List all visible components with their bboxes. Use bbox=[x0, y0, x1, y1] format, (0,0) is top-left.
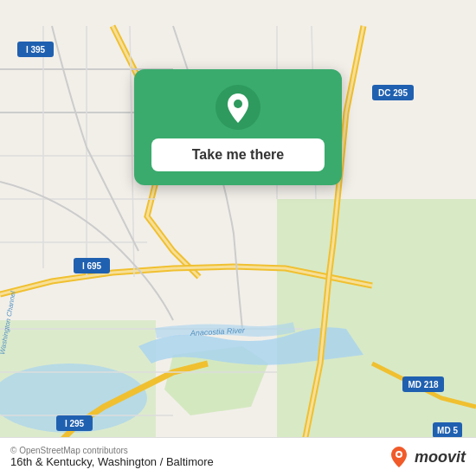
svg-text:MD 5: MD 5 bbox=[437, 426, 458, 435]
moovit-icon bbox=[387, 445, 411, 469]
moovit-brand-text: moovit bbox=[415, 448, 466, 466]
take-me-there-button[interactable]: Take me there bbox=[151, 138, 325, 171]
svg-text:MD 218: MD 218 bbox=[408, 380, 438, 389]
svg-text:I 395: I 395 bbox=[26, 45, 46, 55]
svg-text:I 695: I 695 bbox=[82, 261, 102, 271]
svg-text:I 295: I 295 bbox=[65, 419, 85, 428]
moovit-logo: moovit bbox=[387, 445, 466, 469]
bottom-bar: © OpenStreetMap contributors 16th & Kent… bbox=[0, 437, 476, 476]
location-pin-icon bbox=[215, 85, 261, 130]
svg-text:Anacostia River: Anacostia River bbox=[190, 326, 246, 338]
svg-text:DC 295: DC 295 bbox=[378, 88, 408, 98]
bottom-left-info: © OpenStreetMap contributors 16th & Kent… bbox=[10, 446, 214, 468]
location-label: 16th & Kentucky, Washington / Baltimore bbox=[10, 455, 214, 468]
map-container: I 395 I 695 DC 295 DC 295 I 295 MD 218 M… bbox=[0, 0, 476, 476]
svg-rect-0 bbox=[277, 199, 476, 450]
svg-point-34 bbox=[234, 100, 242, 108]
osm-attribution: © OpenStreetMap contributors bbox=[10, 446, 214, 455]
popup-card: Take me there bbox=[134, 69, 342, 185]
svg-point-36 bbox=[397, 453, 401, 456]
